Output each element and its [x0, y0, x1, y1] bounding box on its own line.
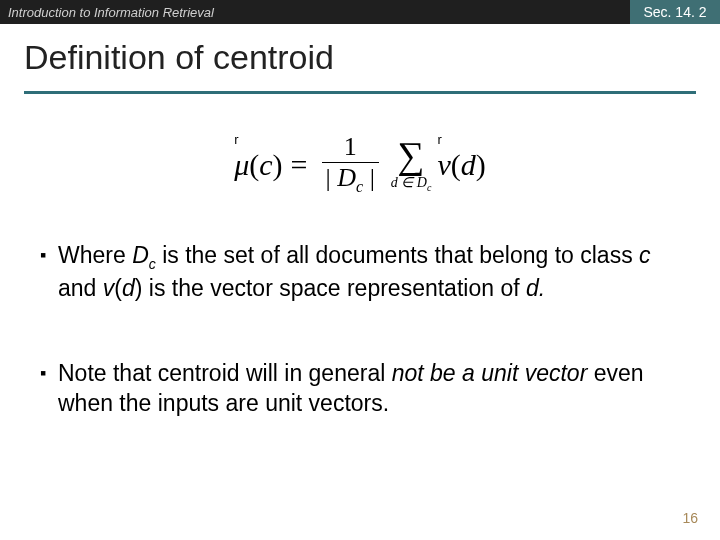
v-vector: r v: [437, 148, 450, 182]
page-number: 16: [682, 510, 698, 526]
vector-arrow-label: r: [437, 132, 441, 147]
body-content: ▪ Where Dc is the set of all documents t…: [0, 241, 720, 418]
bullet-text: Where Dc is the set of all documents tha…: [58, 241, 680, 303]
summation: ∑ d ∈ Dc: [391, 136, 432, 193]
formula: r μ (c) = 1 | Dc | ∑ d ∈ Dc r v (d): [0, 134, 720, 195]
sigma-symbol: ∑: [398, 136, 425, 174]
v-args: (d): [451, 148, 486, 182]
vector-arrow-label: r: [234, 132, 238, 147]
title-area: Definition of centroid: [0, 24, 720, 83]
slide: Introduction to Information Retrieval Se…: [0, 0, 720, 540]
mu-args: (c): [249, 148, 282, 182]
bullet-item: ▪ Where Dc is the set of all documents t…: [40, 241, 680, 303]
fraction: 1 | Dc |: [322, 134, 379, 195]
top-bar: Introduction to Information Retrieval Se…: [0, 0, 720, 24]
bullet-marker: ▪: [40, 359, 58, 418]
bullet-text: Note that centroid will in general not b…: [58, 359, 680, 418]
slide-title: Definition of centroid: [24, 38, 696, 77]
mu-symbol: μ: [234, 148, 249, 181]
fraction-numerator: 1: [338, 134, 363, 162]
bullet-item: ▪ Note that centroid will in general not…: [40, 359, 680, 418]
summation-lower: d ∈ Dc: [391, 176, 432, 193]
equals-sign: =: [291, 148, 308, 182]
fraction-denominator: | Dc |: [322, 162, 379, 195]
title-underline: [24, 91, 696, 94]
course-title: Introduction to Information Retrieval: [0, 5, 630, 20]
bullet-marker: ▪: [40, 241, 58, 303]
v-symbol: v: [437, 148, 450, 181]
mu-vector: r μ: [234, 148, 249, 182]
section-badge: Sec. 14. 2: [630, 0, 720, 24]
